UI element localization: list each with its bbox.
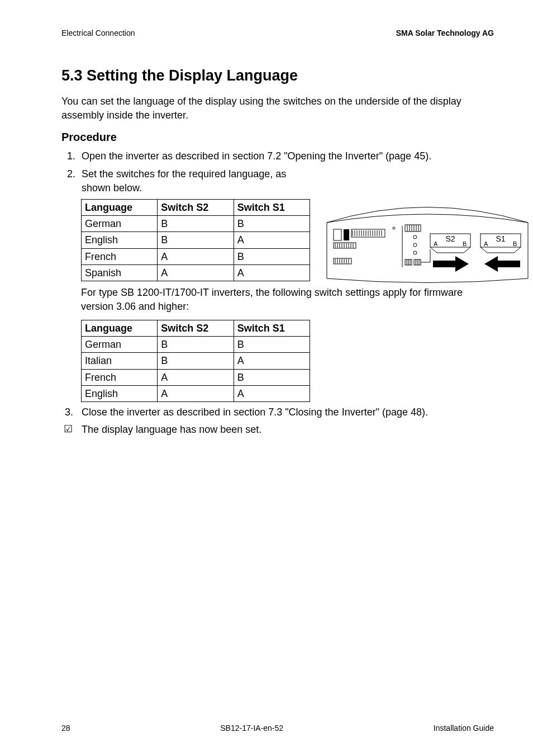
t2-r3-s1: A [234,386,310,402]
diagram-s1-b: B [513,240,517,247]
header-right-text: SMA Solar Technology AG [396,28,494,39]
svg-point-40 [413,251,417,254]
t1-r2-s1: B [234,248,310,264]
t1-r1-s2: B [158,232,234,248]
t2-r3-s2: A [158,386,234,402]
t1-r0-lang: German [82,216,158,232]
t2-h-language: Language [82,320,158,336]
t1-h-s1: Switch S1 [234,199,310,215]
step-1-text: Open the inverter as described in sectio… [82,150,431,162]
t2-r1-s2: B [158,353,234,369]
t2-r2-lang: French [82,369,158,385]
t1-r1-s1: A [234,232,310,248]
t1-r3-s2: A [158,265,234,281]
t1-h-s2: Switch S2 [158,199,234,215]
step-3: Close the inverter as described in secti… [61,405,494,419]
result-line: The display language has now been set. [61,423,494,436]
diagram-s2-b: B [463,240,467,247]
table-row: German B B [82,216,310,232]
table-row: French A B [82,248,310,264]
switch-diagram: S2 A B S1 A B [321,189,533,284]
table-row: English B A [82,232,310,248]
t1-r1-lang: English [82,232,158,248]
procedure-heading: Procedure [61,130,494,145]
t2-r0-s1: B [234,337,310,353]
table-row: German B B [82,337,310,353]
arrow-right-icon [433,256,469,272]
t1-r2-lang: French [82,248,158,264]
language-table-1: Language Switch S2 Switch S1 German B B … [81,199,310,281]
svg-point-38 [413,235,417,239]
t2-r2-s2: A [158,369,234,385]
table-row: English A A [82,386,310,402]
header-left-text: Electrical Connection [61,28,135,39]
t2-r2-s1: B [234,369,310,385]
t1-r2-s2: A [158,248,234,264]
footer-doc-id: SB12-17-IA-en-52 [220,723,283,734]
svg-marker-59 [484,256,520,272]
note-after-table1: For type SB 1200-IT/1700-IT inverters, t… [81,286,494,313]
step-2-text-line2: shown below. [82,182,142,193]
svg-point-37 [393,227,395,229]
t2-r3-lang: English [82,386,158,402]
table-row: Italian B A [82,353,310,369]
t1-h-language: Language [82,199,158,215]
diagram-s1-label: S1 [496,234,505,243]
table-row: Spanish A A [82,265,310,281]
svg-marker-58 [433,256,469,272]
procedure-steps: Open the inverter as described in sectio… [61,149,494,195]
table-row: French A B [82,369,310,385]
t2-h-s1: Switch S1 [234,320,310,336]
arrow-left-icon [484,256,520,272]
diagram-s2-label: S2 [445,234,455,243]
t2-r0-lang: German [82,337,158,353]
t1-r3-lang: Spanish [82,265,158,281]
section-title: 5.3 Setting the Display Language [61,65,494,86]
svg-rect-2 [334,229,341,240]
t2-r1-lang: Italian [82,353,158,369]
step-1: Open the inverter as described in sectio… [78,149,494,163]
section-intro: You can set the language of the display … [61,94,494,122]
switch-diagram-svg: S2 A B S1 A B [321,189,533,284]
svg-rect-19 [334,243,356,248]
t1-r0-s2: B [158,216,234,232]
svg-rect-3 [344,229,349,240]
diagram-s1-a: A [484,240,488,247]
step-2-text-line1: Set the switches for the required langua… [82,168,286,179]
t2-h-s2: Switch S2 [158,320,234,336]
language-table-2: Language Switch S2 Switch S1 German B B … [81,320,310,402]
t2-r1-s1: A [234,353,310,369]
step-3-text: Close the inverter as described in secti… [82,407,428,418]
diagram-s2-a: A [434,240,438,247]
result-text: The display language has now been set. [82,424,261,435]
t1-r3-s1: A [234,265,310,281]
t1-r0-s1: B [234,216,310,232]
footer-guide-label: Installation Guide [434,723,494,734]
svg-point-39 [413,243,417,247]
page-footer: 28 SB12-17-IA-en-52 Installation Guide [61,723,494,734]
footer-page-number: 28 [61,723,70,734]
page-header: Electrical Connection SMA Solar Technolo… [61,28,494,39]
t2-r0-s2: B [158,337,234,353]
